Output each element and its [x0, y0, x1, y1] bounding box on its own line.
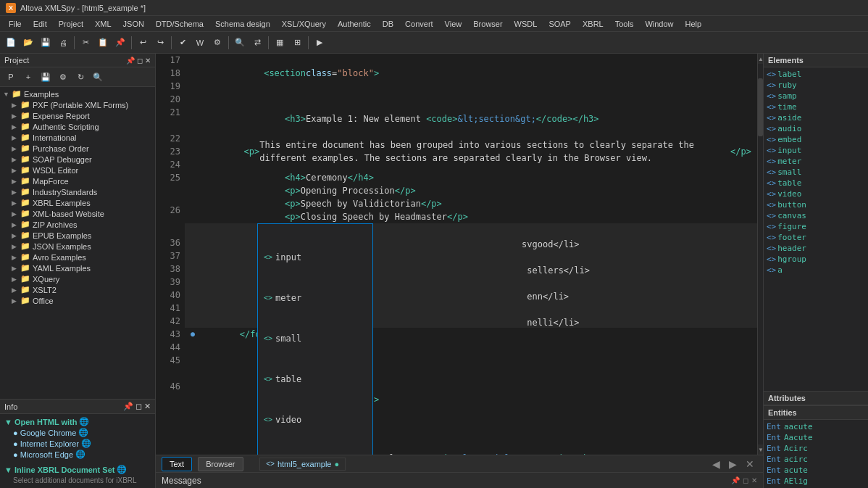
toolbar-cut[interactable]: ✂	[78, 35, 93, 51]
ac-item-video[interactable]: <> video	[258, 413, 372, 427]
tree-item-authentic[interactable]: ▶ 📁 Authentic Scripting	[0, 121, 155, 132]
tree-item-industry[interactable]: ▶ 📁 IndustryStandards	[0, 186, 155, 197]
element-item-samp[interactable]: <> samp	[764, 91, 868, 102]
element-item-time[interactable]: <> time	[764, 102, 868, 112]
entity-item-Aacute[interactable]: Ent Aacute	[764, 432, 868, 443]
menu-xsl[interactable]: XSL/XQuery	[276, 18, 332, 30]
element-item-footer[interactable]: <> footer	[764, 232, 868, 243]
ac-item-table[interactable]: <> table	[258, 372, 372, 386]
element-item-aside[interactable]: <> aside	[764, 112, 868, 123]
tree-item-soap[interactable]: ▶ 📁 SOAP Debugger	[0, 154, 155, 165]
project-pin-icon[interactable]: 📌	[126, 57, 135, 65]
toolbar-table[interactable]: ⊞	[289, 35, 305, 51]
element-item-ruby[interactable]: <> ruby	[764, 80, 868, 91]
menu-window[interactable]: Window	[639, 18, 679, 30]
entity-item-Acirc[interactable]: Ent Acirc	[764, 443, 868, 454]
element-item-button[interactable]: <> button	[764, 199, 868, 210]
nav-prev-arrow[interactable]: ◀	[709, 458, 723, 470]
entity-item-aacute[interactable]: Ent aacute	[764, 421, 868, 432]
scroll-down-arrow[interactable]: ▼	[758, 444, 763, 455]
messages-close-icon[interactable]: ✕	[751, 476, 757, 484]
toolbar-format[interactable]: ⚙	[209, 35, 225, 51]
toolbar-find[interactable]: 🔍	[232, 35, 248, 51]
toolbar-wellformed[interactable]: W	[192, 35, 208, 51]
info-chrome-item[interactable]: ● Google Chrome 🌐	[4, 427, 151, 438]
menu-edit[interactable]: Edit	[28, 18, 53, 30]
element-item-embed[interactable]: <> embed	[764, 134, 868, 145]
project-open-btn[interactable]: +	[20, 69, 36, 85]
ac-item-small[interactable]: <> small	[258, 331, 372, 346]
entity-item-acute[interactable]: Ent acute	[764, 465, 868, 476]
tree-item-epub[interactable]: ▶ 📁 EPUB Examples	[0, 230, 155, 241]
menu-xbrl[interactable]: XBRL	[577, 18, 609, 30]
element-item-audio[interactable]: <> audio	[764, 123, 868, 134]
element-item-small[interactable]: <> small	[764, 167, 868, 178]
menu-convert[interactable]: Convert	[399, 18, 439, 30]
tree-item-wsdl[interactable]: ▶ 📁 WSDL Editor	[0, 165, 155, 175]
editor-scrollbar[interactable]: ▲ ▼	[757, 54, 763, 455]
info-ie-item[interactable]: ● Internet Explorer 🌐	[4, 438, 151, 449]
element-item-video[interactable]: <> video	[764, 189, 868, 199]
tree-item-expense[interactable]: ▶ 📁 Expense Report	[0, 110, 155, 121]
tree-item-yaml[interactable]: ▶ 📁 YAML Examples	[0, 262, 155, 273]
tree-item-office[interactable]: ▶ 📁 Office	[0, 295, 155, 306]
element-item-table[interactable]: <> table	[764, 178, 868, 189]
messages-expand-icon[interactable]: ◻	[743, 476, 748, 484]
ac-item-input[interactable]: <> input	[258, 250, 372, 265]
tree-item-purchase[interactable]: ▶ 📁 Purchase Order	[0, 143, 155, 154]
project-props-btn[interactable]: ⚙	[55, 69, 71, 85]
project-find-btn[interactable]: 🔍	[90, 69, 106, 85]
info-xbrl-header[interactable]: ▼ Inline XBRL Document Set 🌐	[4, 464, 151, 475]
tree-item-xslt2[interactable]: ▶ 📁 XSLT2	[0, 284, 155, 295]
menu-dtd[interactable]: DTD/Schema	[150, 18, 209, 30]
tree-item-zip[interactable]: ▶ 📁 ZIP Archives	[0, 219, 155, 230]
toolbar-grid[interactable]: ▦	[272, 35, 288, 51]
menu-browser[interactable]: Browser	[467, 18, 508, 30]
element-item-canvas[interactable]: <> canvas	[764, 210, 868, 221]
toolbar-save[interactable]: 💾	[38, 35, 54, 51]
info-open-html-header[interactable]: ▼ Open HTML with 🌐	[4, 416, 151, 427]
toolbar-run[interactable]: ▶	[312, 35, 327, 51]
menu-tools[interactable]: Tools	[609, 18, 640, 30]
tree-item-json[interactable]: ▶ 📁 JSON Examples	[0, 241, 155, 252]
project-expand-icon[interactable]: ◻	[137, 57, 143, 65]
project-close-icon[interactable]: ✕	[145, 57, 151, 65]
nav-close-btn[interactable]: ✕	[743, 458, 757, 470]
element-item-a[interactable]: <> a	[764, 265, 868, 276]
tree-item-pxf[interactable]: ▶ 📁 PXF (Portable XML Forms)	[0, 99, 155, 110]
toolbar-redo[interactable]: ↪	[152, 35, 168, 51]
nav-next-arrow[interactable]: ▶	[726, 458, 740, 470]
tree-root-examples[interactable]: ▼ 📁 Examples	[0, 88, 155, 99]
menu-json[interactable]: JSON	[117, 18, 150, 30]
menu-xml[interactable]: XML	[89, 18, 117, 30]
tree-item-xbrl[interactable]: ▶ 📁 XBRL Examples	[0, 197, 155, 208]
element-item-label[interactable]: <> label	[764, 69, 868, 80]
info-edge-item[interactable]: ● Microsoft Edge 🌐	[4, 449, 151, 460]
toolbar-paste[interactable]: 📌	[112, 35, 128, 51]
toolbar-print[interactable]: 🖨	[55, 35, 71, 51]
code-editor[interactable]: <section class="block" > <h3>Example 1: …	[185, 54, 757, 455]
element-item-hgroup[interactable]: <> hgroup	[764, 254, 868, 265]
autocomplete-dropdown[interactable]: <> input <> meter <> small <>	[257, 223, 373, 455]
menu-authentic[interactable]: Authentic	[332, 18, 377, 30]
menu-db[interactable]: DB	[377, 18, 399, 30]
info-close-icon[interactable]: ✕	[144, 402, 151, 410]
toolbar-new[interactable]: 📄	[3, 35, 19, 51]
project-save-btn[interactable]: 💾	[38, 69, 54, 85]
tree-item-xmlweb[interactable]: ▶ 📁 XML-based Website	[0, 208, 155, 219]
menu-wsdl[interactable]: WSDL	[509, 18, 543, 30]
menu-help[interactable]: Help	[680, 18, 708, 30]
project-refresh-btn[interactable]: ↻	[72, 69, 88, 85]
tree-item-xquery[interactable]: ▶ 📁 XQuery	[0, 273, 155, 284]
toolbar-validate[interactable]: ✔	[175, 35, 191, 51]
info-pin-icon[interactable]: 📌	[123, 402, 133, 410]
element-item-figure[interactable]: <> figure	[764, 221, 868, 232]
element-item-meter[interactable]: <> meter	[764, 156, 868, 167]
toolbar-copy[interactable]: 📋	[95, 35, 111, 51]
scroll-thumb[interactable]	[758, 78, 763, 136]
messages-pin-icon[interactable]: 📌	[731, 476, 740, 484]
info-expand-icon[interactable]: ◻	[135, 402, 142, 410]
tab-text[interactable]: Text	[162, 457, 192, 471]
project-new-btn[interactable]: P	[3, 69, 19, 85]
element-item-input[interactable]: <> input	[764, 145, 868, 156]
